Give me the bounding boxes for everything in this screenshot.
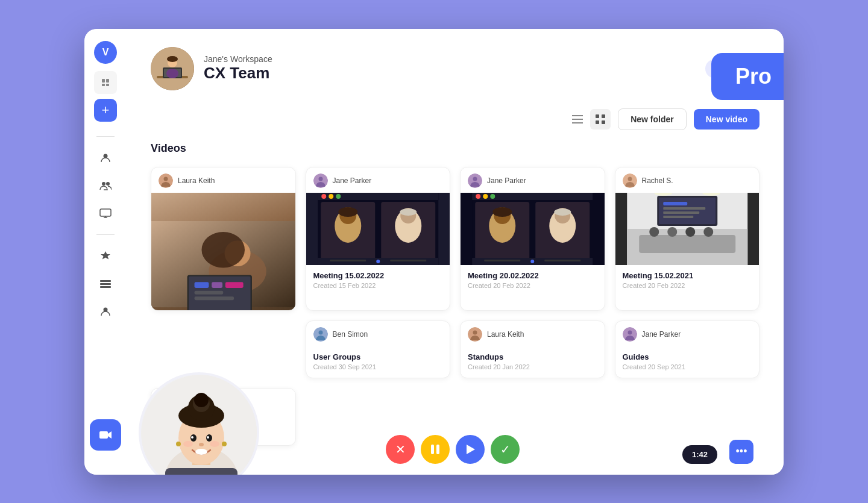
svg-point-120 bbox=[183, 441, 193, 447]
card-info-3: Meeting 15.02.2021 Created 20 Feb 2022 bbox=[615, 265, 760, 296]
team-name: CX Team bbox=[204, 64, 272, 83]
svg-point-32 bbox=[164, 177, 168, 181]
svg-point-6 bbox=[106, 182, 110, 186]
svg-rect-39 bbox=[195, 282, 209, 288]
author-name-1: Jane Parker bbox=[333, 177, 372, 185]
author-name-0: Laura Keith bbox=[178, 177, 215, 185]
sidebar-item-star[interactable] bbox=[94, 245, 117, 267]
video-card-3[interactable]: Rachel S. bbox=[615, 167, 760, 311]
author-avatar-3 bbox=[623, 173, 637, 188]
video-card-1[interactable]: Jane Parker bbox=[306, 167, 451, 311]
card-date-3: Created 20 Feb 2022 bbox=[623, 282, 752, 289]
svg-rect-40 bbox=[212, 282, 222, 288]
new-folder-button[interactable]: New folder bbox=[618, 108, 687, 130]
svg-point-77 bbox=[554, 208, 571, 216]
svg-point-102 bbox=[473, 330, 477, 334]
svg-point-118 bbox=[207, 436, 209, 439]
svg-rect-61 bbox=[330, 260, 366, 261]
play-button[interactable] bbox=[456, 435, 485, 464]
svg-point-104 bbox=[627, 330, 632, 334]
svg-rect-27 bbox=[596, 114, 599, 118]
grid-view-icon[interactable] bbox=[590, 109, 611, 130]
author-name-b0: Ben Simon bbox=[333, 330, 368, 339]
svg-point-67 bbox=[476, 194, 480, 199]
author-name-3: Rachel S. bbox=[642, 177, 673, 185]
card-author-2: Jane Parker bbox=[461, 167, 605, 193]
svg-rect-126 bbox=[431, 445, 434, 454]
sidebar-item-person[interactable] bbox=[94, 146, 117, 169]
list-view-icon[interactable] bbox=[567, 109, 588, 130]
svg-rect-8 bbox=[100, 280, 111, 282]
workspace-avatar bbox=[151, 47, 194, 90]
svg-point-48 bbox=[321, 194, 326, 199]
videos-section-label: Videos bbox=[151, 142, 760, 155]
video-card-bottom-1[interactable]: Laura Keith Standups Created 20 Jan 2022 bbox=[460, 320, 605, 378]
video-card-0[interactable]: Laura Keith bbox=[151, 167, 296, 311]
svg-rect-94 bbox=[663, 207, 705, 210]
svg-point-5 bbox=[102, 182, 105, 186]
svg-point-114 bbox=[194, 393, 209, 407]
sidebar-item-group[interactable] bbox=[94, 174, 117, 197]
svg-rect-123 bbox=[165, 468, 237, 475]
author-name-2: Jane Parker bbox=[487, 177, 526, 185]
video-card-bottom-0[interactable]: Ben Simon User Groups Created 30 Sep 202… bbox=[306, 320, 451, 378]
svg-point-88 bbox=[667, 227, 677, 237]
svg-point-58 bbox=[400, 208, 417, 216]
svg-point-122 bbox=[199, 443, 204, 446]
svg-point-90 bbox=[703, 227, 713, 237]
card-info-1: Meeting 15.02.2022 Created 15 Feb 2022 bbox=[306, 265, 450, 296]
svg-rect-86 bbox=[639, 235, 735, 253]
svg-rect-42 bbox=[195, 290, 224, 294]
add-button[interactable]: + bbox=[94, 99, 117, 122]
svg-point-36 bbox=[201, 231, 245, 267]
card-title-2: Meeting 20.02.2022 bbox=[468, 271, 597, 280]
svg-point-19 bbox=[166, 69, 178, 78]
user-avatar[interactable]: V bbox=[94, 41, 117, 64]
author-avatar-1 bbox=[313, 173, 328, 188]
svg-point-64 bbox=[473, 177, 477, 181]
more-button[interactable]: ••• bbox=[729, 440, 753, 464]
workspace-name: Jane's Workspace bbox=[204, 54, 272, 64]
sidebar-item-list[interactable] bbox=[94, 272, 117, 295]
thumbnail-0 bbox=[151, 193, 295, 311]
main-content: Jane's Workspace CX Team +5 bbox=[127, 29, 784, 475]
author-avatar-2 bbox=[468, 173, 482, 188]
svg-point-124 bbox=[176, 442, 181, 446]
sidebar-item-users[interactable] bbox=[94, 300, 117, 323]
sidebar-pages-icon[interactable] bbox=[94, 71, 117, 94]
bottom-placeholder bbox=[151, 320, 296, 378]
pro-badge: Pro bbox=[711, 53, 784, 100]
svg-point-45 bbox=[318, 177, 322, 181]
card-author-0: Laura Keith bbox=[151, 167, 295, 193]
svg-point-119 bbox=[195, 449, 207, 455]
new-video-button[interactable]: New video bbox=[694, 109, 760, 130]
done-button[interactable]: ✓ bbox=[491, 435, 520, 464]
close-button[interactable]: ✕ bbox=[386, 435, 415, 464]
timer-badge: 1:42 bbox=[682, 445, 717, 464]
svg-rect-7 bbox=[100, 209, 111, 216]
svg-rect-95 bbox=[663, 211, 699, 214]
svg-rect-41 bbox=[225, 282, 244, 288]
svg-point-117 bbox=[191, 436, 193, 439]
card-author-b0: Ben Simon bbox=[306, 321, 450, 346]
card-title-b2: Guides bbox=[623, 352, 752, 361]
video-button[interactable] bbox=[90, 419, 121, 451]
sidebar-item-monitor[interactable] bbox=[94, 202, 117, 225]
svg-rect-80 bbox=[484, 260, 520, 261]
user-initial: V bbox=[102, 47, 109, 58]
svg-point-100 bbox=[318, 330, 322, 334]
video-card-2[interactable]: Jane Parker bbox=[460, 167, 605, 311]
author-name-b2: Jane Parker bbox=[642, 330, 681, 339]
svg-point-73 bbox=[492, 207, 512, 217]
svg-rect-93 bbox=[663, 202, 687, 205]
svg-rect-81 bbox=[544, 260, 580, 261]
card-date-2: Created 20 Feb 2022 bbox=[468, 282, 597, 289]
card-info-b2: Guides Created 20 Sep 2021 bbox=[615, 346, 760, 378]
author-avatar-0 bbox=[159, 173, 173, 188]
video-card-bottom-2[interactable]: Jane Parker Guides Created 20 Sep 2021 bbox=[615, 320, 760, 378]
svg-point-121 bbox=[210, 441, 219, 447]
svg-rect-9 bbox=[100, 283, 111, 285]
svg-rect-10 bbox=[100, 286, 111, 288]
app-container: Pro V + bbox=[84, 29, 784, 475]
pause-button[interactable] bbox=[421, 435, 450, 464]
